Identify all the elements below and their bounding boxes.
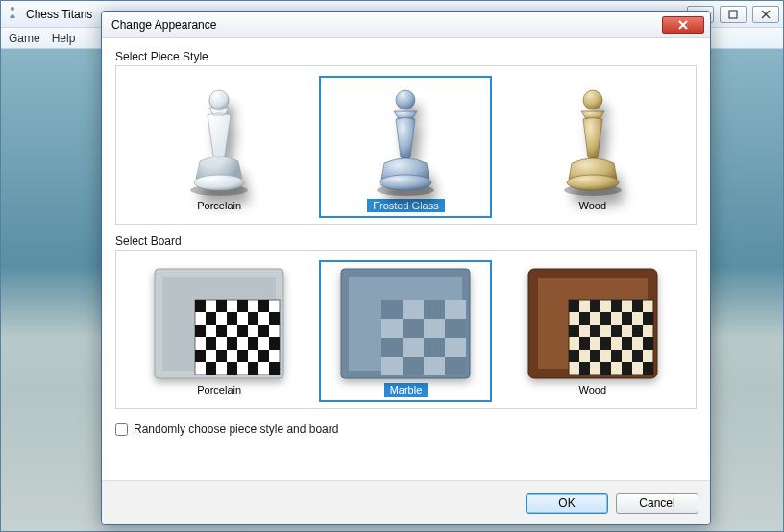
board-option-marble[interactable]: Marble bbox=[319, 260, 492, 402]
dialog-title: Change Appearance bbox=[111, 18, 662, 32]
svg-point-0 bbox=[11, 7, 14, 11]
svg-rect-47 bbox=[424, 300, 445, 319]
change-appearance-dialog: Change Appearance Select Piece Style bbox=[101, 11, 711, 525]
piece-style-options: Porcelain Frosted bbox=[115, 65, 697, 225]
menu-help[interactable]: Help bbox=[52, 32, 76, 45]
svg-point-14 bbox=[583, 90, 602, 109]
svg-rect-71 bbox=[622, 337, 632, 350]
svg-rect-23 bbox=[206, 312, 216, 325]
board-preview-porcelain bbox=[152, 266, 286, 381]
dialog-close-button[interactable] bbox=[662, 16, 704, 34]
svg-rect-52 bbox=[403, 357, 424, 375]
pawn-icon bbox=[554, 86, 631, 197]
board-options: Porcelain bbox=[115, 250, 697, 409]
close-button[interactable] bbox=[752, 6, 779, 23]
board-option-porcelain[interactable]: Porcelain bbox=[133, 260, 306, 402]
svg-rect-61 bbox=[579, 312, 590, 325]
svg-rect-60 bbox=[632, 300, 643, 312]
piece-option-wood[interactable]: Wood bbox=[506, 76, 679, 218]
svg-rect-73 bbox=[569, 350, 579, 362]
svg-rect-42 bbox=[269, 362, 280, 375]
svg-rect-58 bbox=[590, 300, 600, 312]
board-option-wood[interactable]: Wood bbox=[506, 260, 679, 402]
svg-rect-30 bbox=[258, 325, 269, 337]
svg-rect-77 bbox=[579, 362, 590, 375]
board-caption-porcelain: Porcelain bbox=[191, 383, 247, 397]
piece-preview-porcelain bbox=[147, 82, 291, 197]
svg-rect-39 bbox=[206, 362, 216, 375]
pawn-icon bbox=[367, 86, 444, 197]
svg-rect-59 bbox=[611, 300, 622, 312]
app-icon bbox=[5, 5, 20, 24]
svg-rect-32 bbox=[227, 337, 237, 350]
svg-rect-53 bbox=[445, 357, 466, 375]
board-caption-marble: Marble bbox=[384, 383, 429, 397]
piece-caption-frosted-glass: Frosted Glass bbox=[367, 199, 444, 212]
maximize-button[interactable] bbox=[720, 6, 747, 23]
svg-point-9 bbox=[194, 175, 244, 190]
svg-rect-57 bbox=[569, 300, 579, 312]
svg-rect-38 bbox=[258, 350, 269, 362]
ok-button[interactable]: OK bbox=[526, 493, 608, 514]
svg-rect-33 bbox=[248, 337, 258, 350]
svg-rect-68 bbox=[632, 325, 643, 337]
menu-game[interactable]: Game bbox=[9, 32, 40, 45]
piece-style-label: Select Piece Style bbox=[115, 50, 697, 63]
svg-point-12 bbox=[380, 175, 431, 190]
svg-rect-48 bbox=[403, 319, 424, 338]
svg-rect-31 bbox=[206, 337, 216, 350]
svg-rect-49 bbox=[445, 319, 466, 338]
dialog-titlebar: Change Appearance bbox=[102, 12, 710, 38]
svg-rect-21 bbox=[237, 300, 248, 312]
svg-rect-67 bbox=[611, 325, 622, 337]
dialog-body: Select Piece Style Porcelain bbox=[102, 38, 710, 480]
svg-rect-46 bbox=[381, 300, 403, 319]
svg-rect-74 bbox=[590, 350, 600, 362]
board-icon bbox=[527, 267, 659, 380]
piece-caption-wood: Wood bbox=[574, 199, 613, 212]
random-checkbox-row[interactable]: Randomly choose piece style and board bbox=[115, 423, 697, 436]
svg-rect-36 bbox=[216, 350, 227, 362]
cancel-button[interactable]: Cancel bbox=[616, 493, 698, 514]
svg-rect-70 bbox=[600, 337, 611, 350]
svg-rect-19 bbox=[195, 300, 206, 312]
piece-preview-frosted-glass bbox=[333, 82, 478, 197]
piece-caption-porcelain: Porcelain bbox=[191, 199, 247, 212]
svg-rect-27 bbox=[195, 325, 206, 337]
piece-preview-wood bbox=[521, 82, 665, 197]
svg-rect-62 bbox=[600, 312, 611, 325]
svg-rect-64 bbox=[643, 312, 653, 325]
svg-rect-2 bbox=[729, 11, 737, 18]
svg-rect-63 bbox=[622, 312, 632, 325]
board-label: Select Board bbox=[115, 234, 697, 248]
board-caption-wood: Wood bbox=[574, 383, 613, 397]
svg-rect-34 bbox=[269, 337, 280, 350]
svg-rect-72 bbox=[643, 337, 653, 350]
board-preview-marble bbox=[338, 266, 473, 381]
board-icon bbox=[339, 267, 472, 380]
svg-rect-22 bbox=[258, 300, 269, 312]
board-preview-wood bbox=[526, 266, 660, 381]
piece-option-frosted-glass[interactable]: Frosted Glass bbox=[319, 76, 492, 218]
board-icon bbox=[153, 267, 285, 380]
svg-rect-25 bbox=[248, 312, 258, 325]
svg-rect-79 bbox=[622, 362, 632, 375]
random-checkbox-label: Randomly choose piece style and board bbox=[134, 423, 338, 436]
svg-rect-50 bbox=[381, 338, 403, 357]
dialog-footer: OK Cancel bbox=[102, 480, 710, 524]
svg-rect-76 bbox=[632, 350, 643, 362]
svg-rect-28 bbox=[216, 325, 227, 337]
svg-rect-40 bbox=[227, 362, 237, 375]
piece-option-porcelain[interactable]: Porcelain bbox=[133, 76, 306, 218]
svg-rect-29 bbox=[237, 325, 248, 337]
pawn-icon bbox=[181, 86, 257, 197]
svg-point-11 bbox=[396, 90, 415, 109]
random-checkbox[interactable] bbox=[115, 423, 128, 436]
svg-rect-35 bbox=[195, 350, 206, 362]
svg-point-15 bbox=[567, 175, 619, 190]
board-section: Select Board bbox=[115, 234, 697, 409]
svg-rect-24 bbox=[227, 312, 237, 325]
piece-style-section: Select Piece Style Porcelain bbox=[115, 50, 697, 225]
svg-rect-65 bbox=[569, 325, 579, 337]
close-icon bbox=[677, 20, 689, 30]
